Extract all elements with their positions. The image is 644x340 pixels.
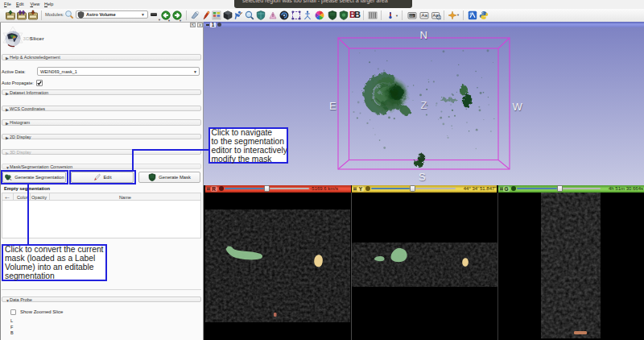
svg-text:Aa: Aa [421,13,427,18]
svg-text:co: co [410,14,414,18]
